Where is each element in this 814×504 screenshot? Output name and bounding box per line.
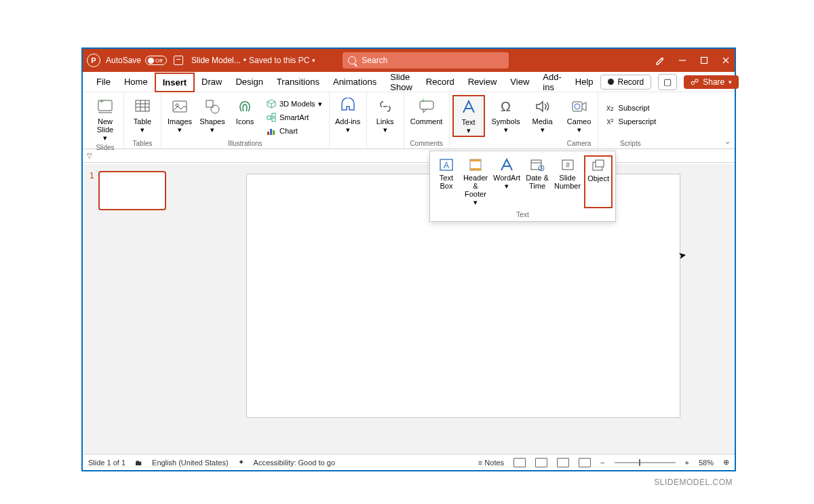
text-box-icon: A xyxy=(438,157,454,172)
tab-slideshow[interactable]: Slide Show xyxy=(383,72,419,92)
fit-to-window-button[interactable]: ⊕ xyxy=(723,458,729,467)
tab-transitions[interactable]: Transitions xyxy=(270,72,326,92)
zoom-in-button[interactable]: + xyxy=(685,459,689,467)
svg-point-27 xyxy=(575,104,580,109)
normal-view-button[interactable] xyxy=(513,458,526,467)
smartart-button[interactable]: SmartArt xyxy=(265,111,324,123)
subscript-button[interactable]: x₂ Subscript xyxy=(604,102,658,114)
svg-rect-12 xyxy=(173,101,187,112)
object-button[interactable]: Object xyxy=(584,155,613,208)
tab-view[interactable]: View xyxy=(503,72,536,92)
svg-rect-26 xyxy=(573,102,582,111)
slide-position[interactable]: Slide 1 of 1 xyxy=(88,459,125,467)
minimize-button[interactable] xyxy=(678,56,687,65)
accessibility-status[interactable]: Accessibility: Good to go xyxy=(254,459,335,467)
text-icon xyxy=(459,98,478,117)
new-slide-button[interactable]: + New Slide▾ xyxy=(90,95,121,144)
header-footer-button[interactable]: Header & Footer▾ xyxy=(461,155,490,208)
shapes-button[interactable]: Shapes▾ xyxy=(197,95,228,136)
share-button[interactable]: ☍ Share ▾ xyxy=(684,75,739,89)
notes-button[interactable]: ≡ Notes xyxy=(478,459,504,467)
tab-file[interactable]: File xyxy=(90,72,117,92)
save-icon[interactable] xyxy=(174,56,183,65)
chart-button[interactable]: Chart xyxy=(265,125,324,137)
3d-models-button[interactable]: 3D Models ▾ xyxy=(265,98,324,110)
search-input[interactable]: Search xyxy=(343,52,509,69)
svg-rect-7 xyxy=(136,100,149,111)
cursor-icon: ➤ xyxy=(678,249,688,261)
images-button[interactable]: Images▾ xyxy=(164,95,195,136)
images-icon xyxy=(170,97,189,116)
ribbon-group-scripts: x₂ Subscript x² Superscript Scripts xyxy=(598,92,663,149)
search-icon xyxy=(348,56,356,64)
links-button[interactable]: Links▾ xyxy=(370,95,401,136)
tab-home[interactable]: Home xyxy=(117,72,155,92)
svg-rect-33 xyxy=(531,160,541,170)
icons-button[interactable]: Icons xyxy=(229,95,260,128)
maximize-button[interactable] xyxy=(699,56,709,65)
autosave-label: AutoSave xyxy=(106,56,141,65)
cameo-button[interactable]: Cameo▾ xyxy=(564,95,595,136)
speaker-icon xyxy=(533,97,552,116)
qat-customize-button[interactable]: ▽ xyxy=(87,152,92,159)
tab-draw[interactable]: Draw xyxy=(195,72,229,92)
reading-view-button[interactable] xyxy=(557,458,569,467)
ribbon-collapse-button[interactable]: ⌄ xyxy=(724,137,731,146)
tab-help[interactable]: Help xyxy=(568,72,600,92)
tab-insert[interactable]: Insert xyxy=(155,73,195,92)
date-time-button[interactable]: Date & Time xyxy=(524,155,551,208)
smartart-icon xyxy=(266,112,277,123)
autosave-toggle[interactable]: AutoSave Off xyxy=(106,56,167,65)
table-button[interactable]: Table▾ xyxy=(127,95,158,136)
wordart-button[interactable]: WordArt▾ xyxy=(491,155,522,208)
toggle-switch-icon: Off xyxy=(145,56,167,65)
workspace: 1 xyxy=(83,164,735,454)
share-icon: ☍ xyxy=(691,77,699,87)
record-button[interactable]: Record xyxy=(600,75,652,90)
chevron-down-icon: ▾ xyxy=(729,79,732,85)
save-status[interactable]: Saved to this PC xyxy=(249,56,309,65)
svg-text:+: + xyxy=(100,98,104,105)
svg-rect-31 xyxy=(470,159,481,161)
svg-rect-1 xyxy=(701,58,708,64)
symbols-button[interactable]: Ω Symbols▾ xyxy=(490,95,522,136)
superscript-button[interactable]: x² Superscript xyxy=(604,115,658,128)
credit-text: SLIDEMODEL.COM xyxy=(654,478,733,487)
ribbon-tabs: File Home Insert Draw Design Transitions… xyxy=(83,72,735,92)
svg-rect-21 xyxy=(267,132,269,135)
text-box-button[interactable]: A Text Box xyxy=(433,155,460,208)
slide-number-button[interactable]: # Slide Number xyxy=(552,155,583,208)
zoom-slider[interactable] xyxy=(615,462,676,463)
comment-button[interactable]: + Comment xyxy=(407,95,446,128)
text-dropdown-button[interactable]: Text▾ xyxy=(452,95,485,137)
tab-record[interactable]: Record xyxy=(419,72,461,92)
accessibility-icon: ✦ xyxy=(238,458,244,467)
wordart-icon xyxy=(499,157,515,172)
tab-review[interactable]: Review xyxy=(461,72,504,92)
slideshow-view-button[interactable] xyxy=(579,458,591,467)
slide-thumbnail-1[interactable] xyxy=(98,171,166,210)
tab-addins[interactable]: Add-ins xyxy=(536,72,568,92)
ribbon-group-comments: + Comment Comments xyxy=(404,92,450,149)
file-name[interactable]: Slide Model... xyxy=(191,56,241,65)
zoom-level[interactable]: 58% xyxy=(699,459,714,467)
tab-animations[interactable]: Animations xyxy=(326,72,383,92)
media-button[interactable]: Media▾ xyxy=(527,95,558,136)
new-slide-icon: + xyxy=(96,97,115,116)
ribbon-group-slides: + New Slide▾ Slides xyxy=(87,92,124,149)
svg-point-15 xyxy=(211,105,219,113)
powerpoint-window: P AutoSave Off Slide Model... • Saved to… xyxy=(81,47,736,471)
comment-icon: + xyxy=(417,97,436,116)
chevron-down-icon[interactable]: ▾ xyxy=(312,57,315,64)
quick-access-bar: ▽ xyxy=(83,149,735,163)
status-bar: Slide 1 of 1 🖿 English (United States) ✦… xyxy=(83,454,735,470)
pen-icon[interactable] xyxy=(655,55,665,66)
language-status[interactable]: English (United States) xyxy=(152,459,229,467)
close-button[interactable] xyxy=(721,56,731,65)
table-icon xyxy=(133,97,152,116)
present-mode-button[interactable]: ▢ xyxy=(658,74,677,90)
tab-design[interactable]: Design xyxy=(229,72,269,92)
zoom-out-button[interactable]: − xyxy=(600,459,604,467)
sorter-view-button[interactable] xyxy=(535,458,547,467)
addins-button[interactable]: Add-ins▾ xyxy=(332,95,364,136)
